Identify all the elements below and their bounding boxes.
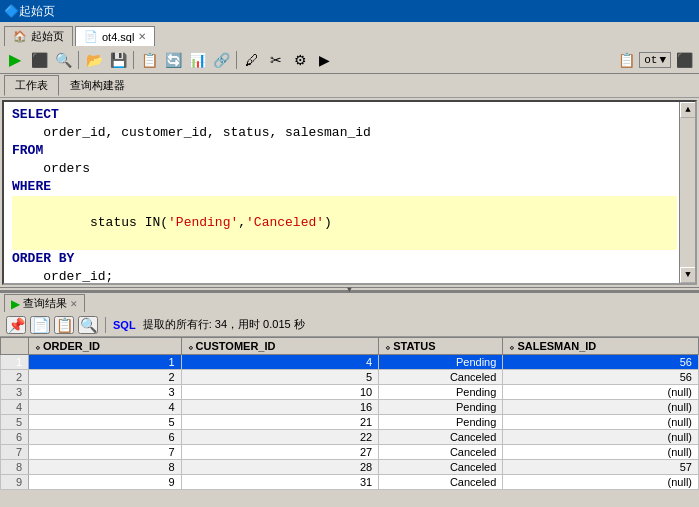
toolbar-btn-4[interactable]: 📋 — [138, 49, 160, 71]
sub-tab-worksheet[interactable]: 工作表 — [4, 75, 59, 96]
results-tab-close-icon[interactable]: ✕ — [70, 299, 78, 309]
tab-sql-icon: 📄 — [84, 30, 98, 43]
cell-order-id: 9 — [29, 475, 182, 490]
results-tab[interactable]: ▶ 查询结果 ✕ — [4, 294, 85, 312]
editor-line-2: order_id, customer_id, status, salesman_… — [12, 124, 677, 142]
cell-customer-id: 4 — [181, 355, 379, 370]
cell-salesman-id: 57 — [503, 460, 699, 475]
col-header-salesman-id[interactable]: ⬦ SALESMAN_ID — [503, 338, 699, 355]
sub-tab-query-builder[interactable]: 查询构建器 — [59, 75, 136, 96]
stop-button[interactable]: ⬛ — [28, 49, 50, 71]
toolbar-btn-6[interactable]: 📊 — [186, 49, 208, 71]
toolbar-btn-7[interactable]: 🔗 — [210, 49, 232, 71]
cell-status: Canceled — [379, 370, 503, 385]
cell-salesman-id: 56 — [503, 370, 699, 385]
table-row[interactable]: 3 3 10 Pending (null) — [1, 385, 699, 400]
editor-line-5: WHERE — [12, 178, 677, 196]
row-number: 1 — [1, 355, 29, 370]
cell-status: Canceled — [379, 430, 503, 445]
connection-dropdown[interactable]: ot ▼ — [639, 52, 671, 68]
toolbar-separator-2 — [133, 51, 134, 69]
cell-customer-id: 27 — [181, 445, 379, 460]
row-number: 6 — [1, 430, 29, 445]
table-header-row: ⬦ ORDER_ID ⬦ CUSTOMER_ID ⬦ STATUS ⬦ SALE… — [1, 338, 699, 355]
table-row[interactable]: 4 4 16 Pending (null) — [1, 400, 699, 415]
toolbar-btn-8[interactable]: 🖊 — [241, 49, 263, 71]
cell-order-id: 1 — [29, 355, 182, 370]
table-row[interactable]: 5 5 21 Pending (null) — [1, 415, 699, 430]
tab-sql-label: ot4.sql — [102, 31, 134, 43]
cell-status: Pending — [379, 385, 503, 400]
results-toolbar-sep — [105, 317, 106, 333]
col-status-sort-icon: ⬦ — [385, 342, 390, 352]
col-header-status[interactable]: ⬦ STATUS — [379, 338, 503, 355]
cell-order-id: 6 — [29, 430, 182, 445]
expand-btn[interactable]: ⬛ — [673, 49, 695, 71]
toolbar-btn-5[interactable]: 🔄 — [162, 49, 184, 71]
cell-salesman-id: (null) — [503, 430, 699, 445]
app-title: 起始页 — [19, 3, 55, 20]
results-table: ⬦ ORDER_ID ⬦ CUSTOMER_ID ⬦ STATUS ⬦ SALE… — [0, 337, 699, 490]
toolbar-btn-2[interactable]: 📂 — [83, 49, 105, 71]
dropdown-arrow: ▼ — [659, 54, 666, 66]
editor-line-4: orders — [12, 160, 677, 178]
table-row[interactable]: 1 1 4 Pending 56 — [1, 355, 699, 370]
results-toolbar: 📌 📄 📋 🔍 SQL 提取的所有行: 34，用时 0.015 秒 — [0, 313, 699, 337]
sql-editor[interactable]: SELECT order_id, customer_id, status, sa… — [2, 100, 697, 285]
row-number: 5 — [1, 415, 29, 430]
title-bar: 🔷 起始页 — [0, 0, 699, 22]
row-number: 4 — [1, 400, 29, 415]
scroll-up-arrow[interactable]: ▲ — [680, 102, 696, 118]
tab-start[interactable]: 🏠 起始页 — [4, 26, 73, 46]
toolbar-btn-1[interactable]: 🔍 — [52, 49, 74, 71]
toolbar-separator-1 — [78, 51, 79, 69]
scroll-down-arrow[interactable]: ▼ — [680, 267, 696, 283]
results-copy-button[interactable]: 📋 — [54, 316, 74, 334]
cell-order-id: 8 — [29, 460, 182, 475]
toolbar-btn-11[interactable]: ▶ — [313, 49, 335, 71]
sql-label[interactable]: SQL — [113, 319, 136, 331]
tab-start-icon: 🏠 — [13, 30, 27, 43]
row-number: 7 — [1, 445, 29, 460]
col-customer-id-label: CUSTOMER_ID — [196, 340, 276, 352]
run-button[interactable]: ▶ — [4, 49, 26, 71]
schema-btn[interactable]: 📋 — [615, 49, 637, 71]
tab-start-label: 起始页 — [31, 29, 64, 44]
cell-salesman-id: (null) — [503, 445, 699, 460]
results-filter-button[interactable]: 🔍 — [78, 316, 98, 334]
cell-status: Canceled — [379, 445, 503, 460]
tab-sql-close-icon[interactable]: ✕ — [138, 31, 146, 42]
sub-tab-bar: 工作表 查询构建器 — [0, 74, 699, 98]
results-panel-header: ▶ 查询结果 ✕ — [0, 291, 699, 313]
col-salesman-id-label: SALESMAN_ID — [517, 340, 596, 352]
row-number: 9 — [1, 475, 29, 490]
toolbar-btn-10[interactable]: ⚙ — [289, 49, 311, 71]
table-row[interactable]: 8 8 28 Canceled 57 — [1, 460, 699, 475]
table-row[interactable]: 9 9 31 Canceled (null) — [1, 475, 699, 490]
col-order-id-sort-icon: ⬦ — [35, 342, 40, 352]
table-row[interactable]: 2 2 5 Canceled 56 — [1, 370, 699, 385]
sub-tab-worksheet-label: 工作表 — [15, 79, 48, 91]
cell-status: Canceled — [379, 475, 503, 490]
pin-button[interactable]: 📌 — [6, 316, 26, 334]
cell-order-id: 5 — [29, 415, 182, 430]
editor-line-7: ORDER BY — [12, 250, 677, 268]
editor-scrollbar[interactable]: ▲ ▼ — [679, 102, 695, 283]
table-row[interactable]: 6 6 22 Canceled (null) — [1, 430, 699, 445]
col-status-label: STATUS — [393, 340, 435, 352]
tab-sql[interactable]: 📄 ot4.sql ✕ — [75, 26, 155, 46]
toolbar-btn-3[interactable]: 💾 — [107, 49, 129, 71]
cell-salesman-id: (null) — [503, 415, 699, 430]
cell-status: Pending — [379, 400, 503, 415]
tab-bar: 🏠 起始页 📄 ot4.sql ✕ — [0, 22, 699, 46]
toolbar-btn-9[interactable]: ✂ — [265, 49, 287, 71]
results-table-wrapper[interactable]: ⬦ ORDER_ID ⬦ CUSTOMER_ID ⬦ STATUS ⬦ SALE… — [0, 337, 699, 507]
results-export-button[interactable]: 📄 — [30, 316, 50, 334]
cell-order-id: 4 — [29, 400, 182, 415]
col-header-order-id[interactable]: ⬦ ORDER_ID — [29, 338, 182, 355]
col-header-customer-id[interactable]: ⬦ CUSTOMER_ID — [181, 338, 379, 355]
cell-customer-id: 21 — [181, 415, 379, 430]
editor-line-1: SELECT — [12, 106, 677, 124]
table-row[interactable]: 7 7 27 Canceled (null) — [1, 445, 699, 460]
cell-customer-id: 31 — [181, 475, 379, 490]
